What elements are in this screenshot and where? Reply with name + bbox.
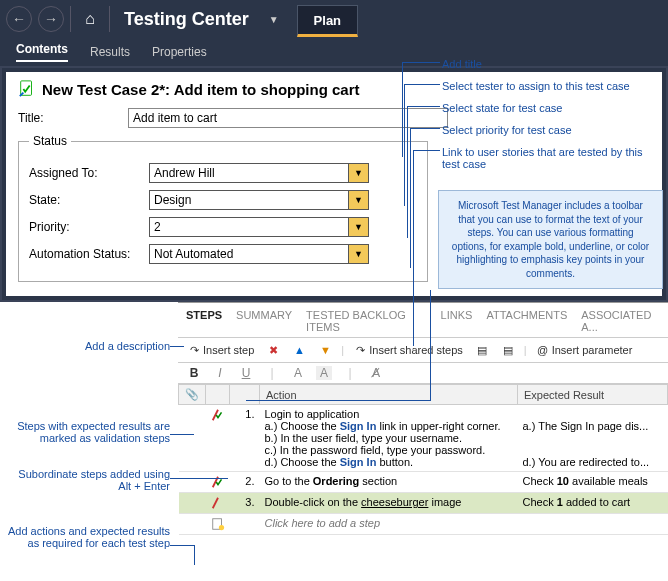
top-navbar: ← → ⌂ Testing Center ▼ Plan [0,0,668,38]
assignedto-dropdown-button[interactable]: ▼ [349,163,369,183]
state-input[interactable] [149,190,349,210]
tab-properties[interactable]: Properties [152,45,207,59]
steps-toolbar: ↷Insert step ✖ ▲ ▼ | ↷Insert shared step… [178,338,668,363]
annotation-subordinate: Subordinate steps added using Alt + Ente… [10,468,170,492]
tab-results[interactable]: Results [90,45,130,59]
action-cell[interactable]: Go to the Ordering section [260,472,518,493]
tab-backlog[interactable]: TESTED BACKLOG ITEMS [306,309,427,333]
tab-attachments[interactable]: ATTACHMENTS [486,309,567,333]
insert-shared-button[interactable]: ↷Insert shared steps [350,342,466,358]
state-dropdown-button[interactable]: ▼ [349,190,369,210]
title-label: Title: [18,111,128,125]
tab-steps[interactable]: STEPS [186,309,222,333]
priority-label: Priority: [29,220,149,234]
steps-panel: STEPS SUMMARY TESTED BACKLOG ITEMS LINKS… [178,302,668,535]
app-title: Testing Center [124,9,249,30]
shared-step-icon: ↷ [353,343,367,357]
highlight-button[interactable]: A [316,366,332,380]
action-cell[interactable]: Double-click on the cheeseburger image [260,493,518,514]
step-row[interactable]: 2. Go to the Ordering section Check 10 a… [179,472,668,493]
sub-tabs: Contents Results Properties [0,38,668,66]
automation-input[interactable] [149,244,349,264]
italic-button[interactable]: I [212,366,228,380]
tab-plan[interactable]: Plan [297,5,358,37]
steps-grid: 📎 Action Expected Result 1. Login to app… [178,384,668,535]
annotation-link-stories: Link to user stories that are tested by … [442,146,652,170]
annotation-select-tester: Select tester to assign to this test cas… [442,80,630,92]
underline-button[interactable]: U [238,366,254,380]
at-icon: @ [536,343,550,357]
status-group: Status Assigned To: ▼ State: ▼ Priority: [18,134,428,282]
automation-dropdown-button[interactable]: ▼ [349,244,369,264]
add-step-row[interactable]: Click here to add a step [179,514,668,535]
step-row-selected[interactable]: 3. Double-click on the cheeseburger imag… [179,493,668,514]
step-number: 1. [230,405,260,472]
back-button[interactable]: ← [6,6,32,32]
step-number: 3. [230,493,260,514]
automation-label: Automation Status: [29,247,149,261]
action-cell[interactable]: Login to application a.) Choose the Sign… [260,405,518,472]
assignedto-label: Assigned To: [29,166,149,180]
bold-button[interactable]: B [186,366,202,380]
tooltip-format: Microsoft Test Manager includes a toolba… [438,190,663,289]
insert-param-button[interactable]: @Insert parameter [533,342,636,358]
expected-cell[interactable]: a.) The Sign In page dis... d.) You are … [518,405,668,472]
create-shared-button[interactable]: ▤ [472,342,492,358]
svg-point-2 [218,525,223,530]
delete-step-button[interactable]: ✖ [263,342,283,358]
divider [109,6,110,32]
divider [70,6,71,32]
annotation-validation: Steps with expected results are marked a… [10,420,170,444]
assignedto-input[interactable] [149,163,349,183]
col-action: Action [260,385,518,405]
validation-step-icon [211,408,225,422]
testcase-icon [18,80,36,98]
tab-summary[interactable]: SUMMARY [236,309,292,333]
delete-icon: ✖ [266,343,280,357]
page-title: New Test Case 2*: Add item to shopping c… [42,81,360,98]
tab-contents[interactable]: Contents [16,42,68,62]
annotation-select-state: Select state for test case [442,102,562,114]
insert-step-icon: ↷ [187,343,201,357]
chevron-down-icon[interactable]: ▼ [269,14,279,25]
step-row[interactable]: 1. Login to application a.) Choose the S… [179,405,668,472]
move-up-button[interactable]: ▲ [289,342,309,358]
tab-links[interactable]: LINKS [441,309,473,333]
state-label: State: [29,193,149,207]
home-icon[interactable]: ⌂ [77,6,103,32]
annotation-add-description: Add a description [60,340,170,352]
priority-input[interactable] [149,217,349,237]
annotation-select-priority: Select priority for test case [442,124,572,136]
format-toolbar: B I U | A A | A̸ [178,363,668,384]
open-shared-button[interactable]: ▤ [498,342,518,358]
arrow-down-icon: ▼ [318,343,332,357]
arrow-up-icon: ▲ [292,343,306,357]
steps-tabs: STEPS SUMMARY TESTED BACKLOG ITEMS LINKS… [178,303,668,338]
step-number: 2. [230,472,260,493]
forward-button[interactable]: → [38,6,64,32]
new-shared-icon: ▤ [475,343,489,357]
col-attachment: 📎 [179,385,206,405]
insert-step-button[interactable]: ↷Insert step [184,342,257,358]
col-expected: Expected Result [518,385,668,405]
step-icon [211,496,225,510]
new-step-icon [211,517,225,531]
annotation-add-title: Add title [442,58,482,70]
status-legend: Status [29,134,71,148]
expected-cell[interactable]: Check 10 available meals [518,472,668,493]
expected-cell[interactable]: Check 1 added to cart [518,493,668,514]
priority-dropdown-button[interactable]: ▼ [349,217,369,237]
font-color-button[interactable]: A [290,366,306,380]
open-icon: ▤ [501,343,515,357]
move-down-button[interactable]: ▼ [315,342,335,358]
title-input[interactable] [128,108,448,128]
tab-associated[interactable]: ASSOCIATED A... [581,309,660,333]
annotation-add-actions: Add actions and expected results as requ… [0,525,170,549]
add-step-hint[interactable]: Click here to add a step [260,514,518,535]
clear-format-button[interactable]: A̸ [368,366,384,380]
